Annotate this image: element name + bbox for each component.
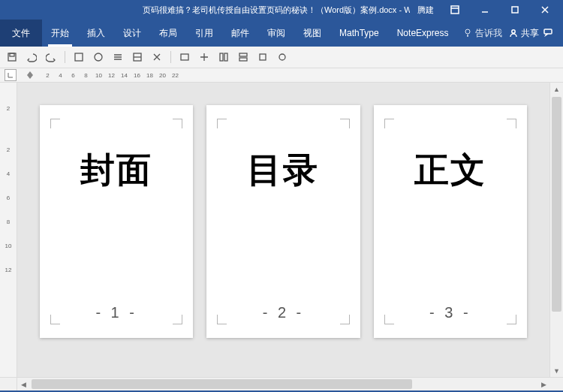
save-button[interactable] bbox=[5, 50, 20, 65]
vertical-scrollbar[interactable]: ▲ ▼ bbox=[549, 83, 563, 377]
hscroll-thumb[interactable] bbox=[32, 379, 412, 389]
qat-button-6[interactable] bbox=[177, 50, 192, 65]
tell-me-search[interactable]: 告诉我 bbox=[463, 27, 502, 40]
undo-button[interactable] bbox=[24, 50, 39, 65]
page-1-title: 封面 bbox=[80, 147, 152, 194]
ribbon-options-icon[interactable] bbox=[441, 2, 468, 17]
svg-point-3 bbox=[512, 30, 515, 33]
vertical-ruler[interactable]: 2 2 4 6 8 10 12 bbox=[0, 83, 17, 377]
svg-rect-11 bbox=[220, 53, 223, 61]
page-3[interactable]: 正文 - 3 - bbox=[374, 105, 527, 338]
svg-point-8 bbox=[95, 53, 102, 61]
svg-rect-6 bbox=[10, 53, 14, 56]
scroll-down-icon[interactable]: ▼ bbox=[550, 364, 563, 377]
tab-mailings[interactable]: 邮件 bbox=[222, 20, 258, 47]
indent-marker[interactable] bbox=[23, 71, 38, 79]
horizontal-ruler[interactable]: 2 4 6 8 10 12 14 16 18 20 22 bbox=[0, 68, 563, 83]
qat-button-1[interactable] bbox=[71, 50, 86, 65]
svg-rect-10 bbox=[181, 54, 188, 60]
scroll-right-icon[interactable]: ▶ bbox=[537, 378, 550, 390]
scroll-left-icon[interactable]: ◀ bbox=[17, 378, 30, 390]
svg-rect-14 bbox=[239, 58, 247, 61]
svg-rect-12 bbox=[224, 53, 227, 61]
document-title: 页码很难搞？老司机传授自由设置页码的秘诀！（Word版）案例.docx - Wo… bbox=[143, 5, 410, 16]
page-1[interactable]: 封面 - 1 - bbox=[40, 105, 193, 338]
redo-button[interactable] bbox=[44, 50, 59, 65]
page-3-title: 正文 bbox=[414, 147, 486, 194]
tab-design[interactable]: 设计 bbox=[114, 20, 150, 47]
quick-access-toolbar bbox=[0, 47, 563, 68]
author-badge: 腾建 bbox=[417, 5, 434, 16]
qat-button-5[interactable] bbox=[149, 50, 164, 65]
comments-icon[interactable] bbox=[543, 28, 552, 39]
svg-rect-0 bbox=[451, 6, 459, 14]
vscroll-thumb[interactable] bbox=[552, 97, 561, 312]
svg-rect-1 bbox=[512, 7, 518, 13]
close-button[interactable] bbox=[531, 2, 558, 17]
page-2[interactable]: 目录 - 2 - bbox=[206, 105, 360, 338]
qat-button-8[interactable] bbox=[216, 50, 231, 65]
tab-file[interactable]: 文件 bbox=[0, 20, 42, 47]
tab-layout[interactable]: 布局 bbox=[150, 20, 186, 47]
tab-noteexpress[interactable]: NoteExpress bbox=[388, 20, 458, 47]
share-button[interactable]: 共享 bbox=[509, 27, 539, 40]
page-2-number: - 2 - bbox=[206, 304, 360, 338]
svg-point-2 bbox=[465, 29, 470, 34]
document-area[interactable]: 封面 - 1 - 目录 - 2 - 正文 - 3 - bbox=[17, 83, 549, 377]
tab-view[interactable]: 视图 bbox=[294, 20, 330, 47]
horizontal-scrollbar[interactable]: ◀ ▶ bbox=[17, 378, 550, 390]
qat-button-4[interactable] bbox=[130, 50, 145, 65]
qat-button-9[interactable] bbox=[236, 50, 251, 65]
qat-button-10[interactable] bbox=[255, 50, 270, 65]
maximize-button[interactable] bbox=[501, 2, 528, 17]
svg-rect-15 bbox=[260, 54, 266, 60]
svg-rect-7 bbox=[75, 53, 83, 61]
svg-rect-13 bbox=[239, 53, 247, 56]
minimize-button[interactable] bbox=[471, 2, 498, 17]
tab-review[interactable]: 审阅 bbox=[258, 20, 294, 47]
page-3-number: - 3 - bbox=[374, 304, 527, 338]
page-1-number: - 1 - bbox=[40, 304, 193, 338]
svg-rect-4 bbox=[544, 29, 552, 34]
ribbon-tabs: 文件 开始 插入 设计 布局 引用 邮件 审阅 视图 MathType Note… bbox=[0, 20, 563, 47]
qat-button-2[interactable] bbox=[91, 50, 106, 65]
qat-button-7[interactable] bbox=[197, 50, 212, 65]
tab-references[interactable]: 引用 bbox=[186, 20, 222, 47]
tab-mathtype[interactable]: MathType bbox=[330, 20, 388, 47]
tab-insert[interactable]: 插入 bbox=[78, 20, 114, 47]
qat-button-11[interactable] bbox=[275, 50, 290, 65]
tab-home[interactable]: 开始 bbox=[42, 20, 78, 47]
svg-point-16 bbox=[279, 54, 285, 60]
page-2-title: 目录 bbox=[247, 147, 319, 194]
tab-selector-icon[interactable] bbox=[5, 69, 17, 81]
scroll-up-icon[interactable]: ▲ bbox=[550, 83, 563, 95]
qat-button-3[interactable] bbox=[110, 50, 125, 65]
